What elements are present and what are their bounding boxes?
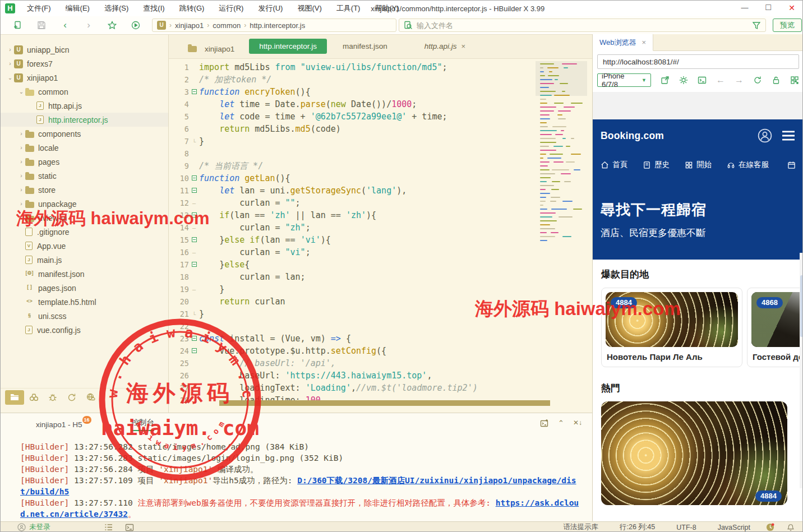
web-icon[interactable]: [81, 390, 100, 405]
tree-item-xinjiapo1[interactable]: ⌄Uxinjiapo1: [1, 71, 168, 85]
tree-item-common[interactable]: ⌄common: [1, 85, 168, 99]
tree-item-main-js[interactable]: Jmain.js: [1, 253, 168, 267]
code-line-25[interactable]: 25 // baseUrl: '/api',: [169, 357, 478, 369]
tree-item-uview-ui[interactable]: ›uview-ui: [1, 211, 168, 225]
code-line-19[interactable]: 19─ }: [169, 283, 478, 295]
user-icon[interactable]: [17, 523, 26, 531]
chevron-icon[interactable]: ›: [17, 145, 25, 151]
nav-forward-icon[interactable]: →: [735, 75, 744, 85]
code-area[interactable]: 1import md5Libs from "uview-ui/libs/func…: [169, 61, 478, 406]
code-line-11[interactable]: 11 let lan = uni.getStorageSync('lang'),: [169, 184, 478, 197]
device-select[interactable]: iPhone 6/7/8▼: [597, 73, 651, 87]
tree-item-locale[interactable]: ›locale: [1, 141, 168, 155]
lock-icon[interactable]: [772, 76, 781, 85]
menu-item-7[interactable]: 视图(V): [290, 1, 329, 16]
menu-item-6[interactable]: 发行(U): [251, 1, 290, 16]
run-icon[interactable]: [130, 19, 142, 31]
chevron-icon[interactable]: ›: [17, 187, 25, 193]
browser-tab[interactable]: Web浏览器 ×: [593, 34, 653, 51]
tree-item-app-vue[interactable]: VApp.vue: [1, 239, 168, 253]
bell-icon[interactable]: [787, 524, 795, 531]
star-icon[interactable]: [106, 19, 118, 31]
close-button[interactable]: ✕: [780, 1, 803, 16]
fold-toggle-icon[interactable]: [189, 332, 199, 345]
new-terminal-icon[interactable]: [540, 419, 549, 428]
language-mode[interactable]: JavaScript: [718, 524, 750, 531]
code-line-27[interactable]: 27 loadingText: 'Loading',//vm.$t('loadm…: [169, 382, 478, 394]
code-line-24[interactable]: 24 Vue.prototype.$u.http.setConfig({: [169, 345, 478, 357]
fold-toggle-icon[interactable]: [189, 209, 199, 221]
open-external-icon[interactable]: [661, 76, 670, 85]
tree-item-store[interactable]: ›store: [1, 183, 168, 197]
editor-tab-http-api-js[interactable]: http.api.js×: [414, 39, 476, 54]
outline-list-icon[interactable]: [104, 524, 113, 531]
chevron-icon[interactable]: ›: [17, 201, 25, 207]
booking-nav-歷史[interactable]: 歷史: [643, 160, 670, 170]
tree-item-forexs7[interactable]: ›Uforexs7: [1, 57, 168, 71]
devtools-console-icon[interactable]: [698, 76, 707, 85]
tree-item-manifest-json[interactable]: [⚙]manifest.json: [1, 267, 168, 281]
code-line-26[interactable]: 26 baseUrl: 'https://443.haiwaiym15.top'…: [169, 369, 478, 382]
back-icon[interactable]: ‹: [59, 19, 71, 31]
horizontal-scrollbar[interactable]: [219, 400, 550, 406]
chevron-icon[interactable]: ›: [17, 215, 25, 221]
qr-code-icon[interactable]: [790, 76, 799, 85]
code-line-2[interactable]: 2/* 加密token */: [169, 73, 478, 86]
fold-toggle-icon[interactable]: [189, 234, 199, 246]
update-clock-icon[interactable]: [766, 523, 774, 531]
chevron-icon[interactable]: ›: [17, 159, 25, 165]
chevron-icon[interactable]: ›: [17, 173, 25, 179]
collapse-panel-icon[interactable]: ⌃: [558, 419, 564, 428]
code-line-20[interactable]: 20 return curlan: [169, 295, 478, 308]
hamburger-menu-icon[interactable]: [781, 129, 796, 142]
refresh-icon[interactable]: [753, 76, 762, 85]
search-results-icon[interactable]: [24, 390, 43, 405]
explorer-tab-icon[interactable]: [5, 390, 24, 405]
menu-item-5[interactable]: 运行(R): [211, 1, 251, 16]
booking-nav-首頁[interactable]: 首頁: [601, 160, 627, 170]
chevron-icon[interactable]: ⌄: [6, 75, 14, 81]
login-status[interactable]: 未登录: [29, 522, 50, 532]
console-project-label[interactable]: xinjiapo1 - H5 16: [36, 420, 82, 429]
tree-item-http-interceptor-js[interactable]: Jhttp.interceptor.js: [1, 113, 168, 127]
tree-item-template-h5-html[interactable]: <>template.h5.html: [1, 295, 168, 309]
chevron-icon[interactable]: ›: [6, 47, 14, 53]
menu-item-4[interactable]: 跳转(G): [172, 1, 212, 16]
tree-item-vue-config-js[interactable]: Jvue.config.js: [1, 323, 168, 337]
menu-item-8[interactable]: 工具(T): [329, 1, 368, 16]
chevron-icon[interactable]: ›: [17, 131, 25, 137]
chevron-icon[interactable]: ›: [6, 61, 14, 67]
booking-nav-在線客服[interactable]: 在線客服: [727, 160, 769, 170]
booking-nav-開始[interactable]: 開始: [685, 160, 712, 170]
terminal-status-icon[interactable]: [125, 523, 134, 532]
tree-item--gitignore[interactable]: .gitignore: [1, 225, 168, 239]
code-line-9[interactable]: 9/* 当前语言 */: [169, 160, 478, 172]
menu-item-2[interactable]: 选择(S): [97, 1, 136, 16]
fold-toggle-icon[interactable]: [189, 172, 199, 184]
destination-card[interactable]: 4884Новотель Пари Ле Аль: [601, 288, 742, 367]
tab-close-icon[interactable]: ×: [461, 42, 465, 50]
settings-gear-icon[interactable]: [679, 76, 688, 85]
encoding[interactable]: UTF-8: [676, 524, 696, 531]
code-line-6[interactable]: 6 return md5Libs.md5(code): [169, 123, 478, 135]
fold-toggle-icon[interactable]: [189, 184, 199, 197]
breadcrumb-folder[interactable]: common: [213, 21, 241, 30]
sync-icon[interactable]: [62, 390, 81, 405]
breadcrumb-project[interactable]: xinjiapo1: [175, 21, 204, 30]
editor-tab-manifest-json[interactable]: manifest.json: [333, 39, 398, 54]
code-line-12[interactable]: 12─ curlan = "";: [169, 197, 478, 209]
popular-photo[interactable]: 4884: [601, 401, 787, 505]
browser-tab-close-icon[interactable]: ×: [642, 38, 647, 47]
breadcrumb-file[interactable]: http.interceptor.js: [250, 21, 305, 30]
chevron-icon[interactable]: ⌄: [17, 89, 25, 95]
minimize-button[interactable]: —: [733, 1, 756, 16]
tree-item-static[interactable]: ›static: [1, 169, 168, 183]
menu-item-1[interactable]: 编辑(E): [58, 1, 97, 16]
breadcrumb[interactable]: U ›xinjiapo1 ›common ›http.interceptor.j…: [152, 18, 396, 32]
tree-item-components[interactable]: ›components: [1, 127, 168, 141]
minimap[interactable]: [538, 61, 585, 246]
nav-back-icon[interactable]: ←: [716, 75, 725, 85]
code-line-23[interactable]: 23const install = (Vue, vm) => {: [169, 332, 478, 345]
menu-item-3[interactable]: 查找(I): [136, 1, 172, 16]
fold-toggle-icon[interactable]: [189, 345, 199, 357]
